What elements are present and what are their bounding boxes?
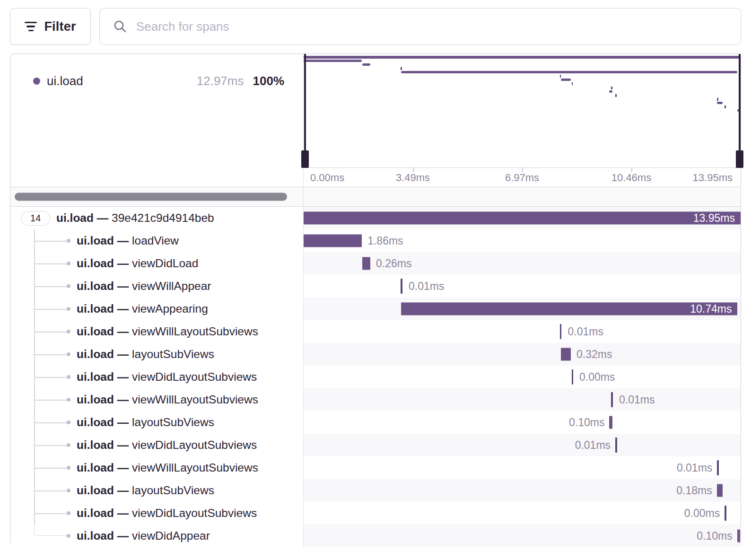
span-duration-bar[interactable]: [572, 369, 574, 385]
span-row-chart-cell[interactable]: 0.32ms: [303, 343, 741, 366]
span-row-chart-cell[interactable]: 10.74ms: [303, 298, 741, 320]
span-row-label-cell[interactable]: ui.load — layoutSubViews: [10, 411, 303, 434]
tree-connector-line: [34, 241, 68, 242]
trace-header: ui.load 12.97ms 100% 0.00ms 3.49ms 6.97m…: [10, 54, 741, 187]
span-row[interactable]: ui.load — loadView1.86ms: [10, 229, 741, 252]
span-row-chart-cell[interactable]: 0.01ms: [303, 456, 741, 479]
span-row-chart-cell[interactable]: 0.10ms: [303, 411, 741, 434]
chart-scroll-track[interactable]: [303, 187, 741, 206]
span-duration-bar[interactable]: [401, 279, 402, 294]
span-duration-bar[interactable]: [615, 438, 617, 453]
span-duration-label: 0.01ms: [619, 394, 655, 406]
minimap-span: [401, 71, 737, 73]
span-row[interactable]: ui.load — layoutSubViews0.18ms: [10, 479, 741, 502]
span-duration-bar[interactable]: [304, 212, 741, 225]
tree-scrollbar-thumb[interactable]: [15, 193, 287, 201]
span-duration-label: 0.10ms: [697, 530, 732, 542]
span-row-label-cell[interactable]: ui.load — viewWillLayoutSubviews: [10, 456, 303, 479]
span-row-chart-cell[interactable]: 0.18ms: [303, 479, 741, 502]
tree-connector-line: [34, 422, 68, 423]
span-row-chart-cell[interactable]: 0.01ms: [303, 275, 741, 298]
span-row-label-cell[interactable]: ui.load — layoutSubViews: [10, 479, 303, 502]
span-row-chart-cell[interactable]: 0.00ms: [303, 366, 741, 388]
span-duration-bar[interactable]: [609, 416, 612, 429]
span-duration-bar[interactable]: [401, 303, 737, 315]
span-duration-label: 0.01ms: [568, 325, 603, 338]
span-row[interactable]: ui.load — viewDidLoad0.26ms: [10, 252, 741, 275]
span-row-label-cell[interactable]: ui.load — layoutSubViews: [10, 343, 303, 366]
child-count-badge[interactable]: 14: [21, 211, 50, 226]
span-row[interactable]: ui.load — viewWillLayoutSubviews0.01ms: [10, 320, 741, 343]
span-row-chart-cell[interactable]: 0.01ms: [303, 388, 741, 411]
search-icon: [113, 19, 127, 34]
filter-button[interactable]: Filter: [10, 8, 91, 45]
span-duration-bar[interactable]: [611, 392, 613, 407]
minimap-right-handle[interactable]: [736, 150, 743, 168]
trace-minimap[interactable]: [304, 54, 741, 167]
tree-connector-line: [34, 400, 68, 401]
tree-connector-dot: [67, 443, 70, 447]
span-row[interactable]: 14ui.load — 39e421c9d4914beb13.95ms: [10, 207, 741, 229]
tree-connector-line: [34, 354, 68, 355]
span-row-label-cell[interactable]: ui.load — viewWillAppear: [10, 275, 303, 298]
ops-legend-row[interactable]: ui.load 12.97ms 100%: [33, 74, 284, 88]
tree-connector-dot: [67, 262, 70, 265]
span-row-chart-cell[interactable]: 13.95ms: [303, 207, 741, 229]
span-duration-bar[interactable]: [561, 348, 571, 361]
axis-label-0: 0.00ms: [310, 172, 344, 184]
span-duration-bar[interactable]: [304, 235, 362, 247]
span-row-label-cell[interactable]: ui.load — viewAppearing: [10, 298, 303, 320]
span-row[interactable]: ui.load — layoutSubViews0.10ms: [10, 411, 741, 434]
span-row-label-cell[interactable]: ui.load — viewWillLayoutSubviews: [10, 320, 303, 343]
span-duration-bar[interactable]: [725, 506, 726, 521]
minimap-span: [560, 75, 561, 78]
span-row-chart-cell[interactable]: 0.01ms: [303, 320, 741, 343]
minimap-left-handle[interactable]: [301, 150, 309, 168]
span-search[interactable]: [99, 8, 741, 45]
span-duration-bar[interactable]: [717, 460, 719, 475]
span-row-chart-cell[interactable]: 0.00ms: [303, 502, 741, 525]
op-name: ui.load: [47, 74, 83, 88]
span-row-label-cell[interactable]: ui.load — viewDidAppear: [10, 525, 303, 547]
span-row-chart-cell[interactable]: 0.01ms: [303, 434, 741, 456]
minimap-span: [615, 94, 617, 97]
span-row[interactable]: ui.load — viewWillAppear0.01ms: [10, 275, 741, 298]
span-row-label-cell[interactable]: ui.load — loadView: [10, 229, 303, 252]
search-input[interactable]: [136, 19, 729, 34]
span-row-label-cell[interactable]: ui.load — viewWillLayoutSubviews: [10, 388, 303, 411]
span-duration-label: 0.26ms: [376, 257, 411, 270]
span-duration-label: 0.10ms: [569, 416, 604, 429]
axis-label-1: 3.49ms: [396, 172, 430, 184]
span-duration-bar[interactable]: [362, 257, 370, 270]
span-row[interactable]: ui.load — viewWillLayoutSubviews0.01ms: [10, 456, 741, 479]
tree-connector-dot: [67, 330, 70, 333]
span-row-label-cell[interactable]: ui.load — viewDidLayoutSubviews: [10, 502, 303, 525]
span-tree: 14ui.load — 39e421c9d4914beb13.95msui.lo…: [10, 207, 741, 547]
span-row-label-cell[interactable]: 14ui.load — 39e421c9d4914beb: [10, 207, 303, 229]
minimap-span: [717, 102, 723, 104]
span-row-label-cell[interactable]: ui.load — viewDidLayoutSubviews: [10, 366, 303, 388]
span-row-label-cell[interactable]: ui.load — viewDidLoad: [10, 252, 303, 275]
tree-connector-line: [34, 263, 68, 264]
tree-scroll-track[interactable]: [10, 187, 303, 206]
span-row[interactable]: ui.load — viewDidAppear0.10ms: [10, 525, 741, 547]
span-row[interactable]: ui.load — viewDidLayoutSubviews0.00ms: [10, 502, 741, 525]
horizontal-scroll-row: [10, 187, 741, 207]
span-row[interactable]: ui.load — layoutSubViews0.32ms: [10, 343, 741, 366]
span-row-chart-cell[interactable]: 0.26ms: [303, 252, 741, 275]
minimap-span: [572, 82, 573, 85]
span-row-label-cell[interactable]: ui.load — viewDidLayoutSubviews: [10, 434, 303, 456]
span-duration-bar[interactable]: [717, 484, 723, 497]
span-row[interactable]: ui.load — viewAppearing10.74ms: [10, 298, 741, 320]
minimap-span: [609, 90, 612, 93]
span-row[interactable]: ui.load — viewDidLayoutSubviews0.01ms: [10, 434, 741, 456]
span-duration-label: 13.95ms: [693, 212, 735, 225]
span-row[interactable]: ui.load — viewWillLayoutSubviews0.01ms: [10, 388, 741, 411]
span-duration-bar[interactable]: [560, 324, 562, 339]
span-duration-bar[interactable]: [737, 530, 741, 542]
span-row-chart-cell[interactable]: 0.10ms: [303, 525, 741, 547]
span-row[interactable]: ui.load — viewDidLayoutSubviews0.00ms: [10, 366, 741, 388]
minimap-span: [611, 87, 612, 89]
minimap-span: [304, 60, 362, 62]
span-row-chart-cell[interactable]: 1.86ms: [303, 229, 741, 252]
